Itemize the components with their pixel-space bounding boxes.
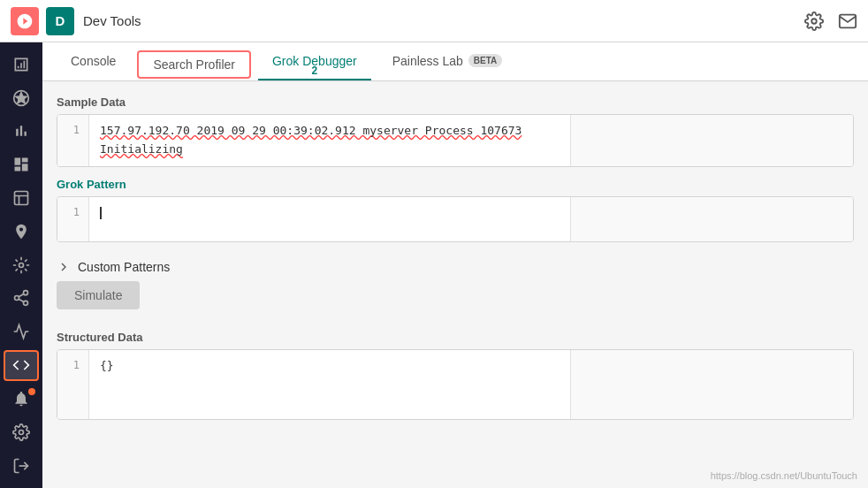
sample-data-content[interactable]: 157.97.192.70 2019 09 29 00:39:02.912 my… [89,115,570,166]
svg-line-8 [19,300,24,302]
structured-data-label: Structured Data [57,331,854,344]
app-logo: D [46,7,74,35]
structured-data-content[interactable]: {} [89,350,570,419]
chevron-right-icon [57,260,71,274]
grok-pattern-section: Grok Pattern 1 [57,178,854,242]
top-bar: D Dev Tools [0,0,868,42]
alerts-badge [28,388,35,395]
sidebar-item-monitoring[interactable] [4,316,39,347]
sample-data-label: Sample Data [57,95,854,109]
sidebar-item-alerts[interactable] [4,385,39,415]
tab-step-number: 2 [311,65,317,77]
tab-painless-lab[interactable]: Painless Lab BETA [378,42,517,80]
sidebar-item-devtools[interactable] [4,350,39,380]
text-cursor [100,207,102,219]
grok-pattern-label: Grok Pattern [57,178,854,191]
tab-console[interactable]: Console [57,42,130,80]
main-layout: Console Search Profiler Grok Debugger 2 … [0,42,868,488]
watermark: https://blog.csdn.net/UbuntuTouch [711,470,857,481]
app-title: Dev Tools [83,13,804,28]
mail-icon[interactable] [838,11,857,31]
sidebar-item-analytics[interactable] [4,50,39,80]
elastic-logo[interactable] [11,7,39,35]
sidebar-item-ml[interactable] [4,250,39,280]
svg-rect-3 [15,192,28,205]
svg-point-5 [24,291,28,295]
structured-data-section: Structured Data 1 {} [57,331,854,420]
structured-data-right-panel [570,350,853,419]
tab-bar: Console Search Profiler Grok Debugger 2 … [42,42,868,81]
sidebar-item-discover[interactable] [4,83,39,113]
simulate-button[interactable]: Simulate [57,281,140,309]
custom-patterns-label: Custom Patterns [78,260,170,274]
settings-icon[interactable] [804,11,824,31]
grok-pattern-editor[interactable]: 1 [57,196,854,242]
sidebar-item-dashboard[interactable] [4,149,39,179]
sample-data-section: Sample Data 1 157.97.192.70 2019 09 29 0… [57,95,854,167]
sidebar-item-settings[interactable] [4,417,39,447]
sample-data-editor[interactable]: 1 157.97.192.70 2019 09 29 00:39:02.912 … [57,114,854,167]
sidebar-item-visualize[interactable] [4,117,39,147]
sidebar [0,42,42,488]
svg-point-7 [24,301,28,306]
content-area: Console Search Profiler Grok Debugger 2 … [42,42,868,488]
sample-data-line-numbers: 1 [57,115,89,166]
main-panel: Sample Data 1 157.97.192.70 2019 09 29 0… [42,81,868,488]
grok-pattern-right-panel [570,197,853,241]
sample-data-text: 157.97.192.70 2019 09 29 00:39:02.912 my… [100,124,522,156]
custom-patterns-row[interactable]: Custom Patterns [57,253,854,281]
structured-data-text: {} [100,359,114,372]
svg-line-9 [19,294,24,297]
grok-pattern-content[interactable] [89,197,570,241]
structured-data-line-numbers: 1 [57,350,89,419]
svg-point-10 [19,431,24,435]
simulate-button-container: Simulate [57,281,854,320]
sample-data-right-panel [570,115,853,166]
tab-search-profiler[interactable]: Search Profiler [137,50,251,79]
structured-data-editor[interactable]: 1 {} [57,349,854,420]
sidebar-item-canvas[interactable] [4,183,39,213]
beta-badge: BETA [468,54,502,67]
sidebar-item-logout[interactable] [4,451,39,481]
svg-point-6 [15,296,19,301]
svg-point-4 [19,263,24,267]
tab-grok-debugger[interactable]: Grok Debugger 2 [258,42,371,80]
svg-point-0 [811,19,817,24]
top-bar-icons [804,11,857,31]
sidebar-item-maps[interactable] [4,217,39,247]
grok-pattern-line-numbers: 1 [57,197,89,241]
sidebar-item-graph[interactable] [4,284,39,314]
